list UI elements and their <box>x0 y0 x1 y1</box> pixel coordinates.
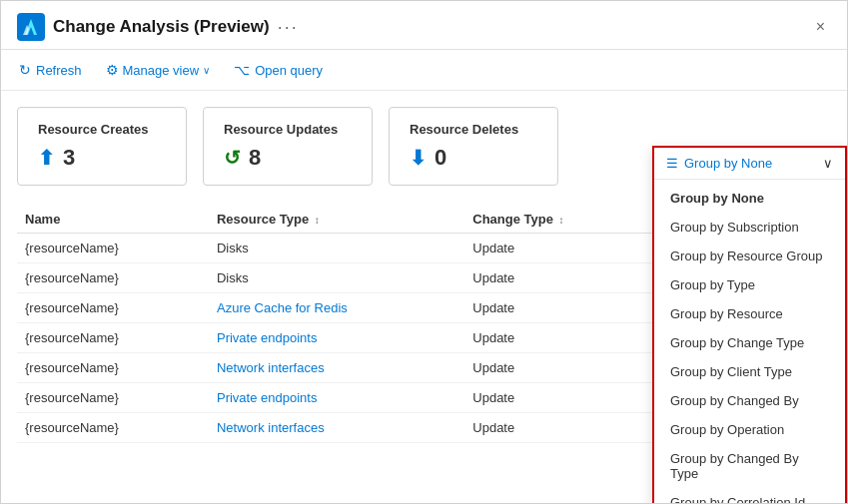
updates-icon: ↺ <box>224 146 241 170</box>
row-resource-type[interactable]: Private endpoints <box>209 323 464 353</box>
refresh-icon: ↻ <box>19 62 31 78</box>
toolbar: ↻ Refresh ⚙ Manage view ∨ ⌥ Open query <box>1 50 847 91</box>
dropdown-item[interactable]: Group by Operation <box>654 415 845 444</box>
resource-type-link[interactable]: Private endpoints <box>217 390 317 405</box>
row-name: {resourceName} <box>17 293 209 323</box>
creates-card-title: Resource Creates <box>38 122 166 137</box>
gear-icon: ⚙ <box>106 62 119 78</box>
close-button[interactable]: × <box>810 16 831 38</box>
row-change-type: Update <box>464 383 651 413</box>
refresh-label: Refresh <box>36 63 82 78</box>
row-resource-type[interactable]: Network interfaces <box>209 353 464 383</box>
dropdown-item[interactable]: Group by Change Type <box>654 328 845 357</box>
resource-type-link[interactable]: Private endpoints <box>217 330 317 345</box>
title-bar: Change Analysis (Preview) ··· × <box>1 1 847 50</box>
change-type-sort-icon: ↕ <box>559 215 564 226</box>
row-resource-type[interactable]: Private endpoints <box>209 383 464 413</box>
col-resource-type-label: Resource Type <box>217 212 309 227</box>
content-area: Resource Creates ⬆ 3 Resource Updates ↺ … <box>1 91 847 503</box>
row-change-type: Update <box>464 234 651 263</box>
row-name: {resourceName} <box>17 383 209 413</box>
main-window: Change Analysis (Preview) ··· × ↻ Refres… <box>0 0 848 504</box>
manage-view-chevron: ∨ <box>203 65 210 76</box>
dropdown-item[interactable]: Group by Subscription <box>654 213 845 242</box>
row-name: {resourceName} <box>17 234 209 263</box>
resource-type-link[interactable]: Network interfaces <box>217 360 325 375</box>
refresh-button[interactable]: ↻ Refresh <box>17 58 84 82</box>
open-query-button[interactable]: ⌥ Open query <box>232 58 325 82</box>
deletes-card: Resource Deletes ⬇ 0 <box>389 107 558 186</box>
deletes-card-title: Resource Deletes <box>410 122 537 137</box>
updates-card: Resource Updates ↺ 8 <box>203 107 373 186</box>
group-by-dropdown: ☰ Group by None ∨ Group by NoneGroup by … <box>652 146 847 503</box>
row-change-type: Update <box>464 323 651 353</box>
dropdown-item[interactable]: Group by Client Type <box>654 357 845 386</box>
row-change-type: Update <box>464 353 651 383</box>
group-by-header-icon: ☰ <box>666 156 678 171</box>
col-change-type-label: Change Type <box>472 212 553 227</box>
creates-icon: ⬆ <box>38 146 55 170</box>
app-icon <box>17 13 45 41</box>
window-title: Change Analysis (Preview) <box>53 17 270 37</box>
dropdown-list: Group by NoneGroup by SubscriptionGroup … <box>654 180 845 503</box>
dropdown-item[interactable]: Group by Changed By <box>654 386 845 415</box>
deletes-icon: ⬇ <box>410 146 426 170</box>
open-query-label: Open query <box>255 63 323 78</box>
row-resource-type[interactable]: Network interfaces <box>209 413 464 443</box>
group-by-header-label: Group by None <box>684 156 772 171</box>
row-name: {resourceName} <box>17 263 209 293</box>
dropdown-item[interactable]: Group by Type <box>654 270 845 299</box>
title-ellipsis[interactable]: ··· <box>278 17 299 38</box>
updates-card-title: Resource Updates <box>224 122 352 137</box>
updates-count: 8 <box>249 145 261 171</box>
deletes-count: 0 <box>434 145 446 171</box>
group-by-header[interactable]: ☰ Group by None ∨ <box>654 148 845 180</box>
dropdown-item[interactable]: Group by Changed By Type <box>654 444 845 488</box>
query-icon: ⌥ <box>234 62 250 78</box>
col-name-label: Name <box>25 212 60 227</box>
title-bar-left: Change Analysis (Preview) ··· <box>17 13 299 41</box>
manage-view-button[interactable]: ⚙ Manage view ∨ <box>104 58 213 82</box>
creates-card-value: ⬆ 3 <box>38 145 166 171</box>
dropdown-item[interactable]: Group by Resource <box>654 299 845 328</box>
manage-view-label: Manage view <box>123 63 200 78</box>
updates-card-value: ↺ 8 <box>224 145 352 171</box>
row-change-type: Update <box>464 293 651 323</box>
creates-card: Resource Creates ⬆ 3 <box>17 107 187 186</box>
col-header-change-type[interactable]: Change Type ↕ <box>464 206 651 234</box>
row-change-type: Update <box>464 263 651 293</box>
col-header-resource-type[interactable]: Resource Type ↕ <box>209 206 464 234</box>
resource-type-link[interactable]: Network interfaces <box>217 420 325 435</box>
dropdown-item[interactable]: Group by Correlation Id <box>654 488 845 503</box>
row-resource-type[interactable]: Azure Cache for Redis <box>209 293 464 323</box>
group-by-chevron: ∨ <box>823 156 833 171</box>
row-change-type: Update <box>464 413 651 443</box>
dropdown-item[interactable]: Group by None <box>654 184 845 213</box>
row-name: {resourceName} <box>17 323 209 353</box>
group-by-header-left: ☰ Group by None <box>666 156 772 171</box>
resource-type-sort-icon: ↕ <box>315 215 320 226</box>
deletes-card-value: ⬇ 0 <box>410 145 537 171</box>
creates-count: 3 <box>63 145 75 171</box>
row-name: {resourceName} <box>17 353 209 383</box>
row-name: {resourceName} <box>17 413 209 443</box>
row-resource-type: Disks <box>209 234 464 263</box>
row-resource-type: Disks <box>209 263 464 293</box>
dropdown-item[interactable]: Group by Resource Group <box>654 242 845 270</box>
resource-type-link[interactable]: Azure Cache for Redis <box>217 300 348 315</box>
col-header-name: Name <box>17 206 209 234</box>
